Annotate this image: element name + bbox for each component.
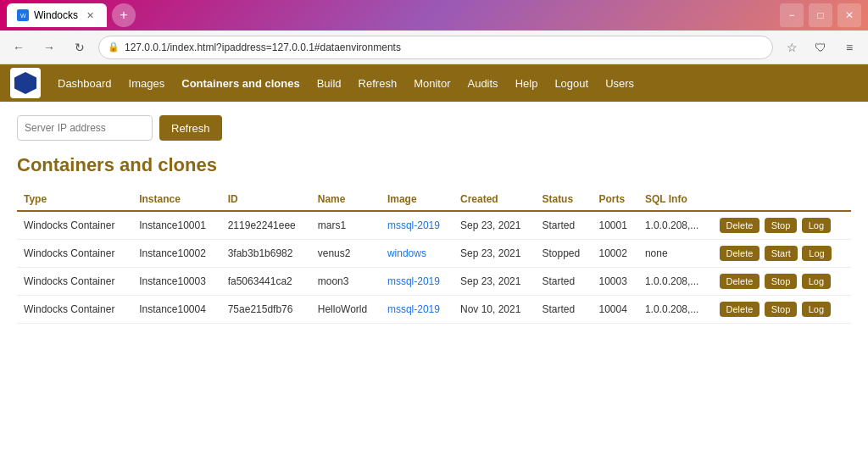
nav-containers[interactable]: Containers and clones bbox=[173, 64, 308, 102]
log-button[interactable]: Log bbox=[802, 302, 831, 317]
cell-actions: Delete Start Log bbox=[713, 240, 851, 268]
cell-id: fa5063441ca2 bbox=[221, 268, 311, 296]
delete-button[interactable]: Delete bbox=[720, 218, 760, 233]
cell-type: Windocks Container bbox=[17, 211, 132, 240]
nav-images[interactable]: Images bbox=[120, 64, 174, 102]
cell-ports: 10003 bbox=[592, 268, 637, 296]
cell-image[interactable]: mssql-2019 bbox=[381, 211, 453, 240]
cell-sql-info: none bbox=[638, 240, 713, 268]
reload-button[interactable]: ↻ bbox=[68, 36, 92, 59]
cell-status: Stopped bbox=[535, 240, 592, 268]
cell-instance: Instance10002 bbox=[132, 240, 221, 268]
table-row: Windocks Container Instance10001 2119e22… bbox=[17, 211, 851, 240]
cell-id: 75ae215dfb76 bbox=[221, 296, 311, 324]
close-button[interactable]: ✕ bbox=[837, 3, 861, 27]
col-created: Created bbox=[453, 188, 535, 211]
browser-toolbar-right: ☆ 🛡 ≡ bbox=[780, 36, 861, 59]
menu-button[interactable]: ≡ bbox=[837, 36, 861, 59]
shield-button[interactable]: 🛡 bbox=[809, 36, 832, 59]
col-status: Status bbox=[535, 188, 592, 211]
stop-button[interactable]: Stop bbox=[765, 274, 798, 289]
cell-ports: 10001 bbox=[592, 211, 637, 240]
minimize-button[interactable]: − bbox=[780, 3, 804, 27]
address-lock-icon: 🔒 bbox=[108, 42, 120, 53]
content-toolbar: Refresh bbox=[17, 115, 851, 141]
app-logo bbox=[10, 68, 41, 98]
cell-actions: Delete Stop Log bbox=[713, 296, 851, 324]
tab-favicon: W bbox=[17, 9, 29, 21]
stop-button[interactable]: Stop bbox=[765, 218, 798, 233]
log-button[interactable]: Log bbox=[802, 246, 831, 261]
log-button[interactable]: Log bbox=[802, 218, 831, 233]
page-title: Containers and clones bbox=[17, 154, 851, 176]
nav-dashboard[interactable]: Dashboard bbox=[49, 64, 120, 102]
cell-id: 2119e2241eee bbox=[221, 211, 311, 240]
main-content: Refresh Containers and clones Type Insta… bbox=[0, 102, 868, 455]
cell-image[interactable]: mssql-2019 bbox=[381, 268, 453, 296]
cell-sql-info: 1.0.0.208,... bbox=[638, 211, 713, 240]
col-name: Name bbox=[311, 188, 381, 211]
nav-monitor[interactable]: Monitor bbox=[405, 64, 459, 102]
col-type: Type bbox=[17, 188, 132, 211]
cell-created: Nov 10, 2021 bbox=[453, 296, 535, 324]
logo-icon bbox=[14, 72, 36, 94]
bookmark-button[interactable]: ☆ bbox=[780, 36, 804, 59]
cell-created: Sep 23, 2021 bbox=[453, 211, 535, 240]
server-ip-input[interactable] bbox=[17, 115, 153, 141]
cell-ports: 10002 bbox=[592, 240, 637, 268]
stop-button[interactable]: Stop bbox=[765, 302, 798, 317]
cell-ports: 10004 bbox=[592, 296, 637, 324]
col-ports: Ports bbox=[592, 188, 637, 211]
cell-type: Windocks Container bbox=[17, 296, 132, 324]
start-button[interactable]: Start bbox=[765, 246, 798, 261]
delete-button[interactable]: Delete bbox=[720, 302, 760, 317]
cell-name: mars1 bbox=[311, 211, 381, 240]
nav-help[interactable]: Help bbox=[507, 64, 547, 102]
table-row: Windocks Container Instance10002 3fab3b1… bbox=[17, 240, 851, 268]
cell-sql-info: 1.0.0.208,... bbox=[638, 268, 713, 296]
delete-button[interactable]: Delete bbox=[720, 246, 760, 261]
col-id: ID bbox=[221, 188, 311, 211]
nav-build[interactable]: Build bbox=[309, 64, 350, 102]
browser-titlebar: W Windocks ✕ + − □ ✕ bbox=[0, 0, 868, 31]
app-navbar: Dashboard Images Containers and clones B… bbox=[0, 64, 868, 102]
cell-instance: Instance10004 bbox=[132, 296, 221, 324]
cell-actions: Delete Stop Log bbox=[713, 211, 851, 240]
containers-table: Type Instance ID Name Image Created Stat… bbox=[17, 188, 851, 324]
browser-tab[interactable]: W Windocks ✕ bbox=[7, 3, 107, 27]
cell-instance: Instance10001 bbox=[132, 211, 221, 240]
cell-image[interactable]: windows bbox=[381, 240, 453, 268]
new-tab-button[interactable]: + bbox=[112, 3, 136, 27]
cell-id: 3fab3b1b6982 bbox=[221, 240, 311, 268]
delete-button[interactable]: Delete bbox=[720, 274, 760, 289]
nav-refresh[interactable]: Refresh bbox=[350, 64, 406, 102]
window-controls: − □ ✕ bbox=[780, 3, 861, 27]
maximize-button[interactable]: □ bbox=[809, 3, 832, 27]
nav-logout[interactable]: Logout bbox=[546, 64, 597, 102]
browser-toolbar: ← → ↻ 🔒 127.0.0.1/index.html?ipaddress=1… bbox=[0, 31, 868, 64]
cell-status: Started bbox=[535, 211, 592, 240]
cell-created: Sep 23, 2021 bbox=[453, 240, 535, 268]
cell-sql-info: 1.0.0.208,... bbox=[638, 296, 713, 324]
col-image: Image bbox=[381, 188, 453, 211]
back-button[interactable]: ← bbox=[7, 36, 31, 59]
table-row: Windocks Container Instance10003 fa50634… bbox=[17, 268, 851, 296]
log-button[interactable]: Log bbox=[802, 274, 831, 289]
col-sql-info: SQL Info bbox=[638, 188, 713, 211]
cell-name: moon3 bbox=[311, 268, 381, 296]
cell-name: HelloWorld bbox=[311, 296, 381, 324]
refresh-button[interactable]: Refresh bbox=[159, 115, 222, 141]
table-header-row: Type Instance ID Name Image Created Stat… bbox=[17, 188, 851, 211]
tab-title: Windocks bbox=[34, 9, 78, 21]
cell-image[interactable]: mssql-2019 bbox=[381, 296, 453, 324]
nav-audits[interactable]: Audits bbox=[459, 64, 506, 102]
address-bar[interactable]: 🔒 127.0.0.1/index.html?ipaddress=127.0.0… bbox=[98, 36, 773, 59]
nav-users[interactable]: Users bbox=[597, 64, 643, 102]
forward-button[interactable]: → bbox=[37, 36, 61, 59]
cell-instance: Instance10003 bbox=[132, 268, 221, 296]
address-url: 127.0.0.1/index.html?ipaddress=127.0.0.1… bbox=[125, 42, 764, 53]
col-instance: Instance bbox=[132, 188, 221, 211]
col-actions bbox=[713, 188, 851, 211]
tab-close-button[interactable]: ✕ bbox=[83, 8, 97, 22]
svg-text:W: W bbox=[20, 13, 26, 19]
